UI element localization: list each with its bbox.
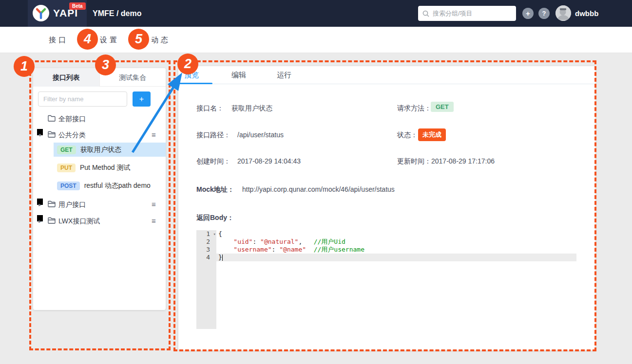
- tree-group-user-api[interactable]: ▸ 用户接口 ≡: [33, 199, 166, 210]
- annotation-badge-3: 3: [95, 55, 116, 75]
- beta-badge: Beta: [69, 2, 86, 10]
- search-icon: [422, 10, 429, 17]
- field-label-name: 接口名：: [196, 104, 224, 113]
- field-label-mock: Mock地址：: [196, 185, 234, 194]
- yapi-logo-icon: [33, 5, 49, 21]
- tree-group-public[interactable]: ▾ 公共分类 ≡: [33, 129, 166, 141]
- logo-block[interactable]: YAPI Beta: [28, 0, 87, 27]
- method-badge-put: PUT: [57, 164, 76, 172]
- caret-right-icon[interactable]: ▸: [37, 199, 43, 205]
- field-label-status: 状态：: [397, 131, 418, 140]
- field-value-path: /api/user/status: [237, 131, 284, 139]
- group-menu-icon[interactable]: ≡: [152, 199, 156, 210]
- help-button[interactable]: ?: [538, 8, 550, 19]
- field-label-method: 请求方法：: [397, 104, 431, 113]
- field-value-name: 获取用户状态: [231, 104, 272, 113]
- tree-group-lwx-test[interactable]: ▸ LWX接口测试 ≡: [33, 215, 166, 227]
- folder-open-icon: [48, 131, 56, 138]
- folder-icon: [48, 217, 56, 224]
- annotation-badge-4: 4: [77, 29, 98, 50]
- group-menu-icon[interactable]: ≡: [152, 129, 156, 141]
- group-menu-icon[interactable]: ≡: [152, 215, 156, 227]
- field-label-return-body: 返回Body：: [196, 214, 234, 222]
- detail-tabs: 预览 编辑 运行: [178, 66, 595, 84]
- status-badge: 未完成: [418, 128, 446, 141]
- add-project-button[interactable]: +: [522, 8, 534, 19]
- interface-detail-panel: 预览 编辑 运行 接口名： 获取用户状态 请求方法： GET 接口路径： /ap…: [178, 66, 595, 350]
- tree-item-put-method-test[interactable]: PUT Put Method 测试: [54, 161, 166, 175]
- method-badge-get: GET: [57, 146, 76, 154]
- response-body-editor[interactable]: 1▾234 { "uid": "@natural", //用户Uid "user…: [196, 230, 576, 329]
- active-tab-indicator: [178, 83, 212, 84]
- tab-edit[interactable]: 编辑: [231, 66, 246, 84]
- method-value-badge: GET: [431, 102, 454, 112]
- annotation-badge-5: 5: [128, 29, 149, 50]
- tab-interface-list[interactable]: 接口列表: [33, 68, 99, 87]
- folder-icon: [48, 200, 56, 207]
- field-value-updated: 2017-08-29 17:17:06: [431, 157, 495, 165]
- annotation-badge-1: 1: [14, 56, 35, 77]
- caret-right-icon[interactable]: ▸: [37, 215, 43, 221]
- field-value-created: 2017-08-29 14:04:43: [237, 157, 301, 165]
- editor-gutter: 1▾234: [196, 230, 216, 329]
- breadcrumb[interactable]: YMFE / demo: [93, 0, 141, 27]
- folder-icon: [48, 115, 56, 122]
- tree-item-restful-path-demo[interactable]: POST restful 动态path demo: [54, 179, 166, 193]
- field-label-created: 创建时间：: [196, 157, 230, 166]
- tree-item-all-interfaces[interactable]: 全部接口: [33, 113, 166, 125]
- interface-sidebar: 接口列表 测试集合 + 全部接口 ▾ 公共分类 ≡ GET 获取用户状态 PUT…: [33, 68, 166, 310]
- field-label-path: 接口路径：: [196, 131, 230, 140]
- method-badge-post: POST: [57, 182, 80, 190]
- filter-input[interactable]: [38, 91, 127, 107]
- subnav-item-settings[interactable]: 设置: [100, 27, 119, 53]
- field-value-mock-url: http://yapi.corp.qunar.com/mock/46/api/u…: [242, 185, 395, 193]
- annotation-badge-2: 2: [177, 54, 198, 74]
- subnav-item-interface[interactable]: 接口: [49, 27, 68, 53]
- search-input[interactable]: [433, 10, 511, 17]
- subnav-item-activity[interactable]: 动态: [151, 27, 171, 53]
- top-navbar: YAPI Beta YMFE / demo + ? dwbbb: [0, 0, 632, 27]
- filter-row: +: [33, 91, 166, 107]
- add-interface-button[interactable]: +: [133, 91, 151, 107]
- avatar[interactable]: [555, 5, 571, 21]
- caret-down-icon[interactable]: ▾: [37, 129, 43, 135]
- navbar-search: [418, 6, 516, 21]
- tree-item-get-user-status[interactable]: GET 获取用户状态: [54, 143, 166, 157]
- field-label-updated: 更新时间：: [397, 157, 431, 166]
- editor-code: { "uid": "@natural", //用户Uid "username":…: [216, 230, 576, 329]
- username[interactable]: dwbbb: [575, 0, 598, 27]
- tab-run[interactable]: 运行: [277, 66, 291, 84]
